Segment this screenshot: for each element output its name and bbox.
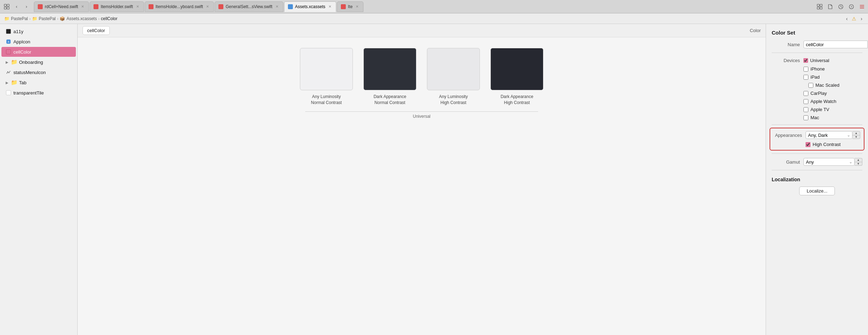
menu-icon[interactable] — [859, 4, 865, 10]
color-variant-any-normal: Any LuminosityNormal Contrast — [300, 48, 353, 106]
tab-close-icon[interactable]: ✕ — [205, 4, 210, 9]
folder-icon: 📁 — [11, 59, 17, 65]
gamut-stepper[interactable]: ▲ ▼ — [855, 158, 862, 166]
carplay-label: CarPlay — [810, 91, 827, 96]
tab-assets[interactable]: Assets.xcassets ✕ — [284, 1, 336, 12]
universal-label: Universal — [810, 58, 829, 63]
high-contrast-checkbox[interactable] — [806, 142, 810, 147]
nav-forward-button[interactable]: › — [23, 3, 30, 11]
mac-scaled-checkbox[interactable] — [808, 83, 813, 88]
breadcrumb-pastepal2[interactable]: 📁 PastePal — [32, 16, 56, 21]
help-icon[interactable]: ? — [848, 4, 855, 10]
content-area: cellColor Color Any LuminosityNormal Con… — [78, 24, 766, 335]
localization-section-label: Localization — [766, 173, 868, 184]
mac-checkbox[interactable] — [803, 115, 808, 120]
color-variant-label: Dark AppearanceNormal Contrast — [374, 94, 406, 106]
breadcrumb-warning-button[interactable]: ⚠ — [850, 15, 858, 22]
high-contrast-label: High Contrast — [813, 142, 840, 147]
breadcrumb-label: PastePal — [11, 16, 28, 21]
tab-close-icon[interactable]: ✕ — [275, 4, 279, 9]
breadcrumb-pastepal1[interactable]: 📁 PastePal — [4, 16, 28, 21]
breadcrumb-label: Assets.xcassets — [66, 16, 97, 21]
ipad-checkbox-row: iPad — [766, 73, 868, 81]
inspector-name-row: Name — [766, 39, 868, 50]
appearances-stepper[interactable]: ▲ ▼ — [852, 131, 860, 139]
swift-file-icon — [94, 4, 98, 9]
apple-watch-checkbox[interactable] — [803, 99, 808, 104]
ipad-label: iPad — [810, 74, 820, 80]
history-icon[interactable] — [838, 4, 844, 10]
tab-ite[interactable]: Ite ✕ — [337, 1, 363, 12]
tab-close-icon[interactable]: ✕ — [355, 4, 360, 9]
svg-text:A: A — [8, 41, 10, 43]
appearances-select-wrapper: Any, Dark None Any Dark — [806, 131, 852, 139]
asset-name-tab[interactable]: cellColor — [83, 26, 110, 35]
name-input[interactable] — [803, 41, 868, 48]
appearances-select[interactable]: Any, Dark None Any Dark — [806, 131, 852, 139]
swift-file-icon — [218, 4, 223, 9]
sidebar-item-appicon[interactable]: A AppIcon — [1, 37, 76, 47]
breadcrumb: 📁 PastePal › 📁 PastePal › 📦 Assets.xcass… — [0, 13, 868, 24]
gamut-select[interactable]: Any sRGB P3 — [803, 158, 855, 166]
sidebar-item-tab[interactable]: ▶ 📁 Tab — [1, 78, 76, 87]
iphone-checkbox[interactable] — [803, 67, 808, 72]
file-icon[interactable] — [827, 4, 833, 10]
high-contrast-checkbox-row: High Contrast — [770, 140, 864, 148]
mac-label: Mac — [810, 115, 819, 120]
sidebar-item-onboarding[interactable]: ▶ 📁 Onboarding — [1, 57, 76, 67]
tab-generalsett[interactable]: GeneralSett...sView.swift ✕ — [215, 1, 283, 12]
sidebar-item-label: AppIcon — [13, 39, 30, 44]
breadcrumb-separator: › — [57, 17, 59, 21]
asset-header: cellColor Color — [78, 24, 766, 37]
carplay-checkbox[interactable] — [803, 91, 808, 96]
tab-rdcell[interactable]: rdCell+Need.swift ✕ — [34, 1, 89, 12]
color-box-light[interactable] — [300, 48, 353, 90]
iphone-checkbox-row: iPhone — [766, 65, 868, 73]
color-swatch-icon — [6, 90, 11, 96]
swift-file-icon — [149, 4, 153, 9]
grid-icon[interactable] — [3, 3, 11, 11]
breadcrumb-forward-button[interactable]: › — [859, 15, 864, 22]
color-button[interactable]: Color — [750, 28, 761, 33]
sidebar-item-cellcolor[interactable]: cellColor — [1, 47, 76, 57]
universal-divider — [305, 111, 538, 112]
tab-itemsholde-keyboard[interactable]: ItemsHolde...yboard.swift ✕ — [145, 1, 214, 12]
add-tab-icon[interactable] — [816, 4, 823, 10]
appearances-row: Appearances Any, Dark None Any Dark ▲ ▼ — [770, 130, 864, 140]
folder-icon: 📁 — [11, 80, 17, 85]
color-variant-any-high: Any LuminosityHigh Contrast — [427, 48, 480, 106]
tab-close-icon[interactable]: ✕ — [135, 4, 140, 9]
breadcrumb-back-button[interactable]: ‹ — [845, 15, 849, 22]
svg-rect-3 — [7, 7, 9, 9]
inspector-title: Color Set — [766, 28, 868, 39]
sidebar-item-transparenttile[interactable]: transparentTile — [1, 88, 76, 98]
universal-checkbox[interactable] — [803, 58, 808, 63]
iphone-label: iPhone — [810, 66, 825, 72]
universal-label: Universal — [413, 114, 430, 119]
svg-rect-2 — [4, 7, 6, 9]
apple-tv-label: Apple TV — [810, 107, 829, 112]
main-area: a11y A AppIcon cellColor ▶ 📁 Onboarding — [0, 24, 868, 335]
ipad-checkbox[interactable] — [803, 75, 808, 80]
tab-itemsholder[interactable]: ItemsHolder.swift ✕ — [90, 1, 144, 12]
tab-close-icon[interactable]: ✕ — [80, 4, 85, 9]
breadcrumb-assets[interactable]: 📦 Assets.xcassets — [60, 16, 97, 21]
inspector-divider-2 — [772, 124, 862, 125]
mac-scaled-checkbox-row: Mac Scaled — [766, 81, 868, 89]
localize-button[interactable]: Localize... — [799, 187, 835, 195]
sidebar-item-statusmenuicon[interactable]: statusMenuIcon — [1, 67, 76, 77]
color-box-dark[interactable] — [363, 48, 416, 90]
apple-tv-checkbox[interactable] — [803, 107, 808, 112]
swift-file-icon — [341, 4, 346, 9]
tab-label: rdCell+Need.swift — [45, 4, 78, 9]
svg-rect-6 — [817, 7, 819, 9]
carplay-checkbox-row: CarPlay — [766, 89, 868, 97]
color-box-light-hc[interactable] — [427, 48, 480, 90]
tab-close-icon[interactable]: ✕ — [327, 4, 332, 9]
color-box-dark-hc[interactable] — [490, 48, 543, 90]
breadcrumb-label: PastePal — [39, 16, 56, 21]
color-variant-dark-normal: Dark AppearanceNormal Contrast — [363, 48, 416, 106]
nav-back-button[interactable]: ‹ — [13, 3, 20, 11]
sidebar-item-a11y[interactable]: a11y — [1, 26, 76, 36]
color-variant-label: Dark AppearanceHigh Contrast — [501, 94, 534, 106]
